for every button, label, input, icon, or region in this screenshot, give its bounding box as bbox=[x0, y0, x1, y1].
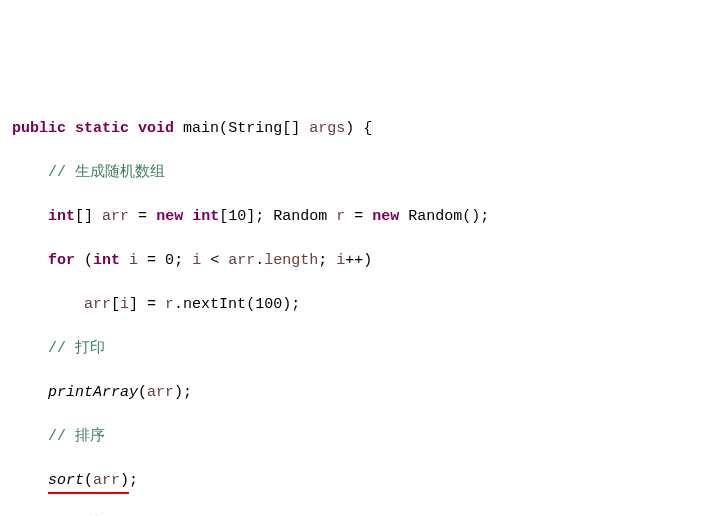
line-for-loop: for (int i = 0; i < arr.length; i++) bbox=[12, 250, 701, 272]
param-type: String[] bbox=[228, 120, 300, 137]
call-printarray: printArray bbox=[48, 384, 138, 401]
line-main-signature: public static void main(String[] args) { bbox=[12, 118, 701, 140]
line-call: printArray(arr); bbox=[12, 382, 701, 404]
line-comment: // 打印 bbox=[12, 338, 701, 360]
keyword-new: new bbox=[156, 208, 183, 225]
keyword-void: void bbox=[138, 120, 174, 137]
keyword-public: public bbox=[12, 120, 66, 137]
keyword-int: int bbox=[48, 208, 75, 225]
keyword-for: for bbox=[48, 252, 75, 269]
param-name: args bbox=[309, 120, 345, 137]
line-array-decl: int[] arr = new int[10]; Random r = new … bbox=[12, 206, 701, 228]
line-comment: // 生成随机数组 bbox=[12, 162, 701, 184]
code-block: public static void main(String[] args) {… bbox=[12, 96, 701, 516]
keyword-static: static bbox=[75, 120, 129, 137]
keyword-int: int bbox=[192, 208, 219, 225]
comment-text: // 排序 bbox=[48, 428, 105, 445]
method-name-main: main bbox=[183, 120, 219, 137]
class-random: Random bbox=[273, 208, 327, 225]
line-sort-call: sort(arr); bbox=[12, 470, 701, 492]
comment-text: // 生成随机数组 bbox=[48, 164, 165, 181]
comment-text: // 打印 bbox=[48, 340, 105, 357]
highlighted-sort-call: sort(arr) bbox=[48, 470, 129, 492]
line-comment: // 排序 bbox=[12, 426, 701, 448]
var-arr: arr bbox=[102, 208, 129, 225]
line-assign: arr[i] = r.nextInt(100); bbox=[12, 294, 701, 316]
keyword-new: new bbox=[372, 208, 399, 225]
